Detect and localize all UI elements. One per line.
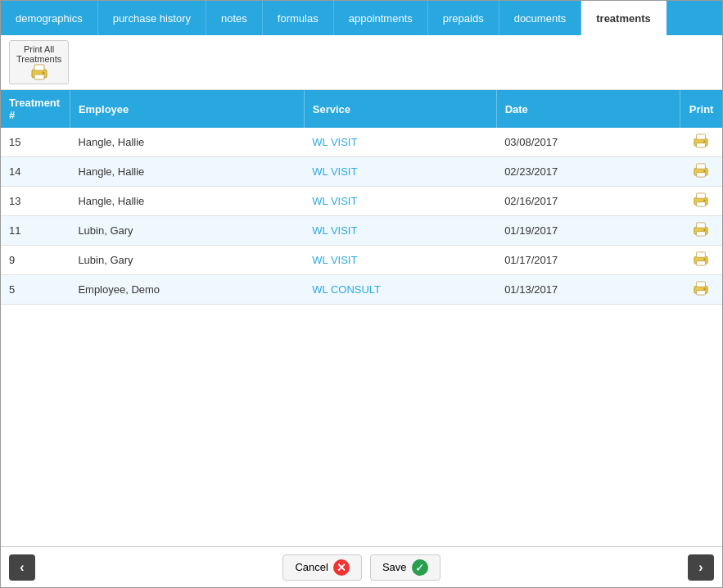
cell-date: 02/16/2017 (496, 187, 680, 216)
svg-point-19 (704, 229, 707, 232)
cell-print[interactable] (680, 157, 722, 187)
save-button[interactable]: Save ✓ (370, 554, 441, 581)
treatments-table-container: Treatment # Employee Service Date Print … (1, 90, 722, 546)
cell-print[interactable] (680, 246, 722, 275)
svg-rect-6 (697, 134, 706, 139)
service-link[interactable]: WL VISIT (312, 136, 357, 148)
cell-print[interactable] (680, 216, 722, 246)
service-link[interactable]: WL VISIT (312, 165, 357, 178)
svg-rect-22 (697, 252, 706, 257)
row-printer-icon[interactable] (692, 163, 710, 178)
cell-date: 01/19/2017 (496, 216, 680, 246)
cell-employee: Hangle, Hallie (70, 157, 304, 187)
service-link[interactable]: WL VISIT (312, 195, 357, 207)
cell-service[interactable]: WL VISIT (304, 187, 496, 216)
tab-treatments[interactable]: treatments (581, 1, 666, 35)
print-all-label: Print All Treatments (16, 44, 61, 64)
svg-rect-21 (697, 261, 706, 265)
service-link[interactable]: WL CONSULT (312, 283, 381, 296)
print-all-button[interactable]: Print All Treatments (9, 40, 69, 84)
row-printer-icon[interactable] (692, 281, 710, 296)
col-date: Date (496, 90, 680, 128)
cell-service[interactable]: WL VISIT (304, 246, 496, 275)
col-employee: Employee (70, 90, 304, 128)
col-service: Service (304, 90, 496, 128)
cell-employee: Hangle, Hallie (70, 187, 304, 216)
table-row: 5Employee, DemoWL CONSULT01/13/2017 (1, 275, 722, 305)
svg-rect-2 (34, 65, 44, 70)
cell-treatment: 13 (1, 187, 70, 216)
col-treatment: Treatment # (1, 90, 70, 128)
tab-demographics[interactable]: demographics (1, 1, 98, 35)
cancel-label: Cancel (295, 561, 328, 573)
prev-icon: ‹ (20, 560, 24, 575)
cell-treatment: 14 (1, 157, 70, 187)
cell-date: 01/13/2017 (496, 275, 680, 305)
nav-next-container: › (688, 554, 714, 581)
tab-prepaids[interactable]: prepaids (428, 1, 499, 35)
cell-service[interactable]: WL VISIT (304, 128, 496, 157)
footer-actions: Cancel ✕ Save ✓ (282, 554, 440, 581)
svg-rect-18 (697, 223, 706, 228)
row-printer-icon[interactable] (692, 133, 710, 148)
cell-service[interactable]: WL VISIT (304, 157, 496, 187)
table-row: 11Lubin, GaryWL VISIT01/19/2017 (1, 216, 722, 246)
svg-point-3 (42, 72, 44, 75)
cell-employee: Hangle, Hallie (70, 128, 304, 157)
tab-notes[interactable]: notes (206, 1, 263, 35)
svg-rect-5 (697, 143, 706, 147)
svg-point-15 (704, 200, 707, 202)
table-row: 15Hangle, HallieWL VISIT03/08/2017 (1, 128, 722, 157)
tab-documents[interactable]: documents (499, 1, 582, 35)
svg-point-23 (704, 259, 707, 261)
table-body: 15Hangle, HallieWL VISIT03/08/2017 14Han… (1, 128, 722, 305)
cancel-button[interactable]: Cancel ✕ (282, 554, 361, 581)
treatments-table: Treatment # Employee Service Date Print … (1, 90, 722, 305)
svg-rect-26 (697, 282, 706, 287)
nav-prev-container: ‹ (9, 554, 35, 581)
prev-button[interactable]: ‹ (9, 554, 35, 581)
svg-point-11 (704, 170, 707, 173)
svg-rect-10 (697, 164, 706, 169)
next-icon: › (698, 560, 703, 575)
tab-appointments[interactable]: appointments (334, 1, 428, 35)
toolbar: Print All Treatments (1, 35, 722, 90)
cell-print[interactable] (680, 128, 722, 157)
cell-treatment: 15 (1, 128, 70, 157)
cell-print[interactable] (680, 275, 722, 305)
svg-rect-14 (697, 193, 706, 198)
save-icon: ✓ (412, 559, 428, 576)
row-printer-icon[interactable] (692, 251, 710, 266)
svg-point-27 (704, 288, 707, 291)
save-label: Save (382, 561, 407, 573)
svg-rect-17 (697, 232, 706, 236)
table-row: 9Lubin, GaryWL VISIT01/17/2017 (1, 246, 722, 275)
cell-print[interactable] (680, 187, 722, 216)
col-print: Print (680, 90, 722, 128)
cell-date: 01/17/2017 (496, 246, 680, 275)
cell-date: 02/23/2017 (496, 157, 680, 187)
cancel-icon: ✕ (333, 559, 350, 576)
cell-service[interactable]: WL VISIT (304, 216, 496, 246)
tab-purchase-history[interactable]: purchase history (98, 1, 206, 35)
row-printer-icon[interactable] (692, 222, 710, 237)
svg-rect-9 (697, 173, 706, 177)
row-printer-icon[interactable] (692, 192, 710, 207)
nav-tabs: demographicspurchase historynotesformula… (1, 1, 722, 35)
cell-date: 03/08/2017 (496, 128, 680, 157)
svg-rect-1 (34, 75, 44, 79)
table-row: 14Hangle, HallieWL VISIT02/23/2017 (1, 157, 722, 187)
footer: ‹ Cancel ✕ Save ✓ › (1, 546, 722, 587)
tab-formulas[interactable]: formulas (263, 1, 334, 35)
cell-service[interactable]: WL CONSULT (304, 275, 496, 305)
cell-employee: Lubin, Gary (70, 246, 304, 275)
printer-icon (29, 64, 49, 80)
cell-treatment: 11 (1, 216, 70, 246)
service-link[interactable]: WL VISIT (312, 254, 357, 266)
svg-rect-13 (697, 202, 706, 206)
cell-treatment: 9 (1, 246, 70, 275)
service-link[interactable]: WL VISIT (312, 224, 357, 237)
cell-employee: Employee, Demo (70, 275, 304, 305)
svg-point-7 (704, 141, 707, 143)
next-button[interactable]: › (688, 554, 714, 581)
